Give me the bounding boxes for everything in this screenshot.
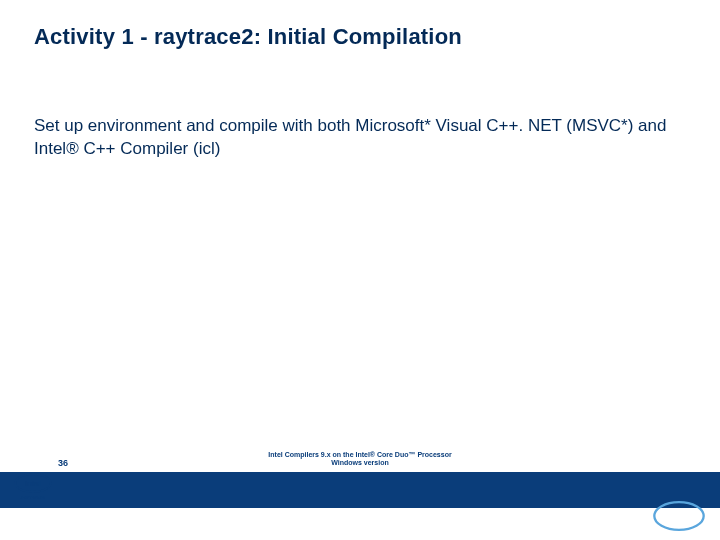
footer-product-info: Intel Compilers 9.x on the Intel® Core D… [0, 451, 720, 469]
footer-bar [0, 472, 720, 508]
footer-product-line2: Windows version [0, 459, 720, 468]
footer-legal: Intel and the Intel logo are trademarks … [34, 525, 640, 532]
slide-title: Activity 1 - raytrace2: Initial Compilat… [34, 24, 462, 50]
slide: Activity 1 - raytrace2: Initial Compilat… [0, 0, 720, 540]
intel-software-logo-icon: intel SOFTWARE [12, 472, 54, 502]
footer-copyright: Copyright © 2006, Intel Corporation. All… [34, 515, 193, 521]
svg-text:intel: intel [668, 511, 690, 523]
svg-text:intel: intel [25, 479, 40, 488]
intel-logo-icon: intel [652, 496, 706, 536]
svg-text:SOFTWARE: SOFTWARE [21, 496, 46, 500]
footer-product-line1: Intel Compilers 9.x on the Intel® Core D… [0, 451, 720, 460]
slide-body-text: Set up environment and compile with both… [34, 115, 680, 161]
page-number: 36 [58, 458, 68, 468]
